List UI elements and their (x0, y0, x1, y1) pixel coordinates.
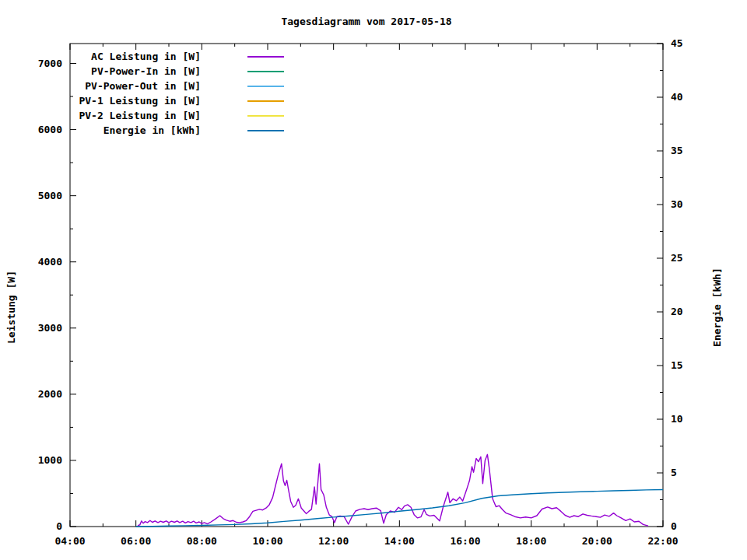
y2-tick-label: 40 (671, 91, 683, 103)
y-tick-label: 5000 (38, 190, 62, 201)
legend-label: PV-1 Leistung in [W] (68, 95, 201, 107)
x-tick-label: 04:00 (54, 535, 85, 547)
legend-item-pv-power-out: PV-Power-Out in [W] (68, 79, 284, 93)
y2-tick-label: 5 (671, 467, 677, 478)
legend-label: PV-2 Leistung in [W] (68, 110, 201, 121)
y-tick-label: 4000 (38, 256, 62, 268)
legend-line-swatch (247, 86, 284, 87)
x-tick-label: 10:00 (252, 535, 282, 547)
legend: AC Leistung in [W] PV-Power-In in [W] PV… (68, 49, 284, 138)
y2-tick-label: 15 (671, 359, 683, 371)
x-tick-label: 18:00 (516, 535, 546, 547)
x-tick-label: 12:00 (318, 535, 349, 547)
y-tick-label: 6000 (38, 124, 62, 135)
legend-label: PV-Power-Out in [W] (68, 80, 201, 92)
tagesdiagramm-page: Tagesdiagramm vom 2017-05-18 Leistung [W… (0, 0, 747, 560)
y2-tick-label: 35 (671, 145, 683, 156)
x-tick-label: 20:00 (582, 535, 612, 547)
legend-line-swatch (247, 115, 284, 117)
legend-line-swatch (247, 130, 284, 131)
x-tick-label: 06:00 (121, 535, 151, 547)
y2-tick-label: 25 (671, 252, 683, 264)
x-tick-label: 08:00 (187, 535, 217, 547)
legend-item-ac-leistung: AC Leistung in [W] (68, 49, 284, 64)
legend-label: AC Leistung in [W] (68, 51, 201, 62)
y-tick-label: 0 (56, 520, 62, 532)
legend-line-swatch (247, 71, 284, 72)
y-tick-label: 7000 (38, 58, 62, 69)
x-tick-label: 16:00 (450, 535, 480, 547)
legend-item-pv1-leistung: PV-1 Leistung in [W] (68, 93, 284, 108)
legend-label: PV-Power-In in [W] (68, 65, 201, 77)
y2-tick-label: 30 (671, 198, 683, 210)
y-tick-label: 1000 (38, 454, 62, 466)
y-tick-label: 3000 (38, 322, 62, 334)
x-tick-label: 22:00 (647, 535, 678, 547)
legend-item-pv-power-in: PV-Power-In in [W] (68, 64, 284, 79)
legend-line-swatch (247, 100, 284, 102)
y-tick-label: 2000 (38, 388, 62, 400)
legend-label: Energie in [kWh] (68, 124, 201, 136)
y2-tick-label: 10 (671, 413, 683, 425)
legend-item-pv2-leistung: PV-2 Leistung in [W] (68, 108, 284, 123)
legend-item-energie: Energie in [kWh] (68, 123, 284, 138)
series-line-0 (138, 454, 648, 527)
x-tick-label: 14:00 (384, 535, 415, 547)
y2-tick-label: 0 (671, 520, 677, 532)
legend-line-swatch (247, 56, 284, 58)
y2-tick-label: 45 (671, 37, 683, 49)
y2-tick-label: 20 (671, 306, 683, 317)
